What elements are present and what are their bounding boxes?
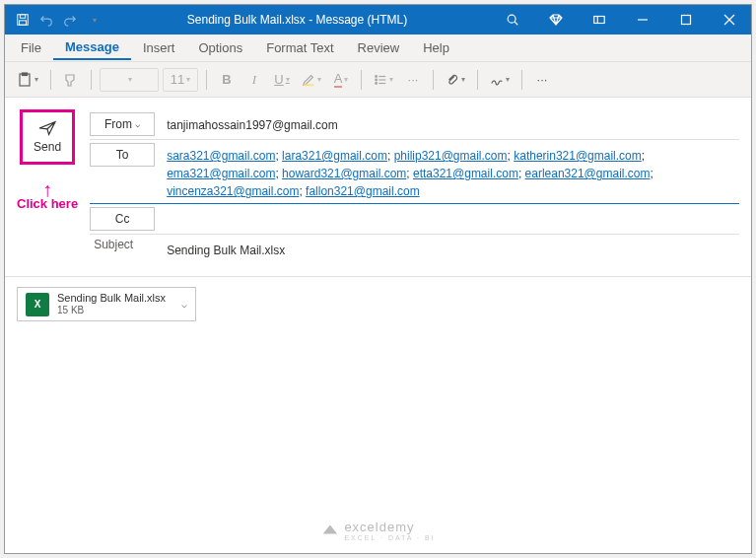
from-value: tanjimahossain1997@gmail.com (167, 112, 739, 134)
to-field[interactable]: sara321@gmail.com; lara321@gmail.com; ph… (167, 143, 739, 200)
to-row: To sara321@gmail.com; lara321@gmail.com;… (90, 140, 739, 204)
annotation-click-here: Click here (17, 182, 78, 211)
svg-point-3 (508, 15, 515, 23)
subject-field[interactable]: Sending Bulk Mail.xlsx (167, 238, 739, 259)
highlight-button[interactable] (298, 68, 325, 92)
underline-button[interactable]: U (270, 68, 294, 92)
recipient-link[interactable]: earlean321@gmail.com (525, 167, 651, 180)
to-button[interactable]: To (90, 143, 155, 167)
ribbon-tabs: File Message Insert Options Format Text … (5, 35, 751, 62)
subject-label: Subject (90, 238, 155, 251)
cc-field[interactable] (167, 207, 739, 211)
recipient-link[interactable]: etta321@gmail.com (413, 167, 518, 180)
recipient-link[interactable]: ema321@gmail.com (167, 167, 275, 180)
font-family-dropdown[interactable] (100, 68, 159, 92)
toolbar-ellipsis-1[interactable]: ··· (401, 68, 425, 92)
svg-rect-1 (20, 15, 25, 19)
recipient-link[interactable]: howard321@gmail.com (282, 167, 406, 180)
recipient-link[interactable]: philip321@gmail.com (394, 149, 508, 163)
signature-button[interactable] (486, 68, 514, 92)
title-bar: Sending Bulk Mail.xlsx - Message (HTML) (5, 5, 751, 35)
compose-header: Send Click here From ⌵ tanjimahossain199… (5, 98, 751, 277)
save-icon[interactable] (13, 10, 33, 30)
recipient-link[interactable]: lara321@gmail.com (282, 149, 387, 163)
premium-icon[interactable] (534, 5, 578, 35)
search-icon[interactable] (491, 5, 534, 35)
attachment-bar: X Sending Bulk Mail.xlsx 15 KB ⌵ (5, 277, 751, 331)
watermark: exceldemy EXCEL · DATA · BI (320, 520, 435, 541)
subject-row: Subject Sending Bulk Mail.xlsx (90, 235, 739, 264)
attach-button[interactable] (442, 68, 469, 92)
tab-message[interactable]: Message (53, 35, 131, 60)
recipient-link[interactable]: fallon321@gmail.com (306, 184, 420, 198)
svg-rect-7 (23, 73, 28, 76)
tab-options[interactable]: Options (186, 36, 254, 59)
svg-point-9 (376, 79, 378, 81)
cc-button[interactable]: Cc (90, 207, 155, 231)
send-button[interactable]: Send (20, 109, 75, 165)
tab-format-text[interactable]: Format Text (254, 36, 345, 59)
chevron-down-icon[interactable]: ⌵ (181, 299, 187, 310)
logo-icon (320, 522, 338, 539)
svg-point-8 (376, 75, 378, 77)
svg-rect-5 (682, 16, 691, 25)
svg-point-10 (376, 82, 378, 84)
undo-icon[interactable] (36, 10, 56, 30)
from-button[interactable]: From ⌵ (90, 112, 155, 136)
format-painter-button[interactable] (59, 68, 83, 92)
ribbon-toolbar: 11 B I U A ··· ··· (5, 62, 751, 98)
attachment-chip[interactable]: X Sending Bulk Mail.xlsx 15 KB ⌵ (17, 287, 196, 321)
attachment-size: 15 KB (57, 305, 166, 316)
minimize-icon[interactable] (621, 5, 664, 35)
recipient-link[interactable]: katherin321@gmail.com (514, 149, 642, 163)
font-size-dropdown[interactable]: 11 (163, 68, 198, 92)
tab-file[interactable]: File (9, 36, 53, 59)
svg-rect-2 (20, 21, 27, 25)
excel-file-icon: X (26, 293, 49, 316)
italic-button[interactable]: I (242, 68, 266, 92)
attachment-name: Sending Bulk Mail.xlsx (57, 292, 166, 305)
redo-icon[interactable] (60, 10, 80, 30)
bold-button[interactable]: B (215, 68, 239, 92)
bullets-button[interactable] (370, 68, 397, 92)
qat-dropdown-icon[interactable] (84, 10, 103, 30)
tab-review[interactable]: Review (346, 36, 412, 59)
svg-rect-4 (594, 17, 605, 24)
send-icon (37, 120, 57, 136)
close-icon[interactable] (708, 5, 751, 35)
window-title: Sending Bulk Mail.xlsx - Message (HTML) (103, 13, 491, 27)
paste-button[interactable] (13, 68, 42, 92)
recipient-link[interactable]: sara321@gmail.com (167, 149, 275, 163)
from-row: From ⌵ tanjimahossain1997@gmail.com (90, 109, 739, 140)
send-label: Send (34, 140, 61, 154)
tab-help[interactable]: Help (411, 36, 461, 59)
maximize-icon[interactable] (664, 5, 708, 35)
toolbar-ellipsis-2[interactable]: ··· (530, 68, 554, 92)
outlook-message-window: Sending Bulk Mail.xlsx - Message (HTML) … (4, 4, 752, 554)
recipient-link[interactable]: vincenza321@gmail.com (167, 184, 299, 198)
ribbon-mode-icon[interactable] (578, 5, 621, 35)
font-color-button[interactable]: A (329, 68, 353, 92)
cc-row: Cc (90, 204, 739, 235)
tab-insert[interactable]: Insert (131, 36, 187, 59)
